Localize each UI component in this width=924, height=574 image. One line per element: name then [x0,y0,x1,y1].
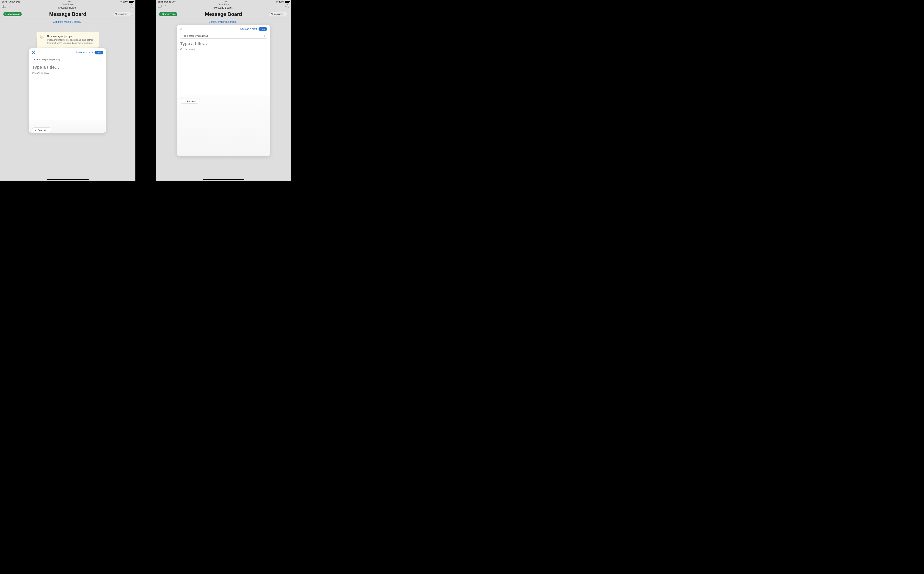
battery-icon [129,1,133,3]
select-arrows-icon: ▴▾ [264,35,265,37]
compose-modal: ✕ Save as a draft Post Pick a category (… [29,48,106,132]
continue-drafts-link[interactable]: Continue writing 2 drafts… [156,19,291,24]
status-time: 18:45 [158,1,163,3]
plus-icon: + [160,13,162,16]
screenshot-right: 18:45 Mon 16 Dec ••• 100% ‹ Denis' Place… [156,0,291,181]
compose-modal: ✕ Save as a draft Post Pick a category (… [177,25,270,156]
plus-icon: + [5,13,6,16]
category-select[interactable]: Pick a category (optional) ▴▾ [32,57,103,62]
title-input[interactable] [177,40,270,47]
nav-title[interactable]: Message Board [58,6,76,9]
close-icon[interactable]: ✕ [180,27,183,31]
select-arrows-icon: ▴▾ [100,58,101,61]
post-button[interactable]: Post [95,51,103,54]
filter-select[interactable]: All messages ▴▾ [113,12,132,16]
more-options-icon[interactable]: ··· [130,5,133,8]
save-draft-button[interactable]: Save as a draft [240,28,257,30]
post-button[interactable]: Post [259,27,267,31]
multitask-ellipsis-icon[interactable]: ••• [68,0,72,3]
empty-state-body: Post announcements, pitch ideas, and gat… [47,38,96,45]
body-input[interactable] [177,47,270,95]
back-button[interactable]: ‹ [9,4,10,9]
select-arrows-icon: ▴▾ [286,13,286,15]
body-input[interactable] [29,71,106,121]
clock-icon [182,99,185,102]
title-input[interactable] [29,64,106,71]
wifi-icon [120,1,122,3]
home-indicator[interactable] [47,179,89,180]
chevron-down-icon: ▾ [76,7,77,9]
empty-state-card: No messages just yet Post announcements,… [36,32,99,48]
nav-title[interactable]: Message Board [214,6,232,9]
select-arrows-icon: ▴▾ [130,13,130,15]
back-button[interactable]: ‹ [164,4,166,9]
status-time: 18:45 [2,1,7,3]
post-later-button[interactable]: Post later... [180,98,200,104]
battery-percent: 100% [279,1,284,3]
new-message-button[interactable]: + New message [159,12,177,16]
chevron-down-icon: ▾ [232,7,233,9]
nav-subtitle: Denis' Place [156,3,291,6]
new-message-button[interactable]: + New message [3,12,22,16]
battery-percent: 100% [123,1,128,3]
panel-gap [136,0,156,181]
wifi-icon [275,1,278,3]
category-select[interactable]: Pick a category (optional) ▴▾ [180,33,267,39]
more-options-icon[interactable]: ··· [286,5,289,8]
continue-drafts-link[interactable]: Continue writing 2 drafts… [0,19,136,24]
home-indicator[interactable] [203,179,244,180]
close-icon[interactable]: ✕ [32,50,35,55]
post-later-button[interactable]: Post later... [32,128,52,132]
toolbar: + New message Message Board All messages… [156,9,291,19]
screenshot-left: 18:45 Mon 16 Dec ••• 100% ‹ Denis' Place… [0,0,136,181]
multitask-ellipsis-icon[interactable]: ••• [223,0,227,3]
save-draft-button[interactable]: Save as a draft [76,51,93,54]
status-date: Mon 16 Dec [164,1,175,3]
sidebar-toggle-icon[interactable] [2,5,6,8]
nav-subtitle: Denis' Place [0,3,136,6]
chat-bubble-icon [40,35,45,39]
nav-row: ‹ Denis' Place Message Board▾ ··· [0,3,136,9]
battery-icon [285,1,289,3]
filter-select[interactable]: All messages ▴▾ [269,12,288,16]
status-bar: 18:45 Mon 16 Dec ••• 100% [0,0,136,3]
sidebar-toggle-icon[interactable] [158,5,161,8]
clock-icon [33,129,36,132]
svg-rect-0 [40,35,44,38]
empty-state-title: No messages just yet [47,35,96,38]
status-bar: 18:45 Mon 16 Dec ••• 100% [156,0,291,3]
nav-row: ‹ Denis' Place Message Board▾ ··· [156,3,291,9]
toolbar: + New message Message Board All messages… [0,9,136,19]
status-date: Mon 16 Dec [9,1,20,3]
